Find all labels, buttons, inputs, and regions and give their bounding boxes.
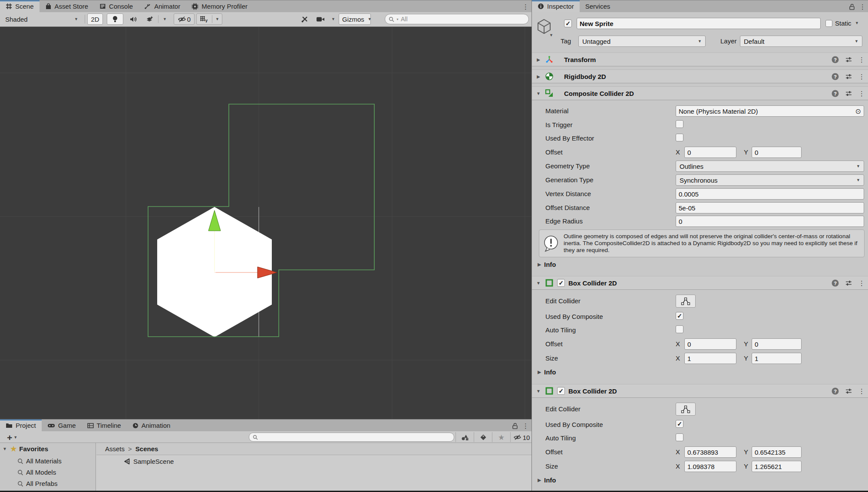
tag-dropdown[interactable]: Untagged ▼ [578,36,706,47]
presets-icon[interactable] [845,56,852,63]
scene-tabbar-menu-icon[interactable]: ⋮ [522,3,529,10]
component-box-collider-1[interactable]: ▼ ✓ Box Collider 2D ? ⋮ [532,276,868,290]
composite-info-foldout[interactable]: ▶ Info [536,261,556,268]
sidebar-item-all-materials[interactable]: All Materials [17,457,62,465]
component-enabled-checkbox[interactable]: ✓ [557,279,565,287]
offset-x-field[interactable]: 0 [684,147,736,158]
effects-dropdown-button[interactable]: ▼ [143,13,169,25]
foldout-expanded-icon[interactable]: ▼ [535,91,541,96]
used-by-effector-checkbox[interactable] [676,134,683,141]
component-menu-icon[interactable]: ⋮ [858,90,865,97]
shading-mode-dropdown[interactable]: Shaded ▼ [1,13,82,25]
offset-y-field[interactable]: 0 [752,338,802,350]
material-object-field[interactable]: None (Physics Material 2D) ⊙ [676,105,864,117]
static-chevron-icon[interactable]: ▼ [855,21,859,25]
foldout-expanded-icon[interactable]: ▼ [535,281,541,285]
2d-toggle-button[interactable]: 2D [87,13,103,25]
create-asset-button[interactable]: + ▼ [3,432,21,443]
active-checkbox[interactable]: ✓ [564,20,572,27]
presets-icon[interactable] [845,90,852,97]
sidebar-item-all-models[interactable]: All Models [17,469,56,476]
project-search-input[interactable] [260,434,450,441]
lock-icon[interactable] [512,423,518,429]
offset-x-field[interactable]: 0 [684,338,736,350]
foldout-collapsed-icon[interactable]: ▶ [535,74,541,79]
audio-toggle-button[interactable] [125,13,142,25]
tab-services[interactable]: Services [580,0,616,12]
favorites-filter-button[interactable]: ★ [494,432,509,443]
size-y-field[interactable]: 1 [752,353,802,364]
tab-memory-profiler[interactable]: Memory Profiler [186,0,253,12]
tab-timeline[interactable]: Timeline [82,420,127,431]
box1-info-foldout[interactable]: ▶ Info [536,368,556,376]
tab-scene[interactable]: Scene [0,0,40,12]
offset-y-field[interactable]: 0 [752,147,802,158]
presets-icon[interactable] [845,388,852,394]
component-menu-icon[interactable]: ⋮ [858,73,865,80]
component-transform[interactable]: ▶ Transform ? ⋮ [532,52,868,66]
search-by-label-button[interactable] [475,432,491,443]
edge-radius-field[interactable]: 0 [676,216,864,227]
foldout-expanded-icon[interactable]: ▼ [535,389,541,394]
edit-collider-button[interactable] [676,403,696,416]
scene-visibility-button[interactable]: 0 [174,13,195,25]
breadcrumb-current[interactable]: Scenes [135,445,158,453]
static-checkbox[interactable] [825,20,832,27]
favorites-foldout[interactable]: ▼ ★ Favorites [2,445,48,453]
hidden-count-button[interactable]: 10 [512,432,531,443]
grid-settings-button[interactable]: y ▼ [196,13,222,25]
presets-icon[interactable] [845,73,852,80]
gizmos-dropdown-button[interactable]: Gizmos ▼ [339,13,371,25]
breadcrumb-root[interactable]: Assets [105,445,125,453]
lighting-toggle-button[interactable] [107,13,123,25]
component-tools-button[interactable] [297,13,312,25]
generation-type-dropdown[interactable]: Synchronous ▼ [676,174,864,186]
tab-animation[interactable]: Animation [127,420,176,431]
search-by-type-button[interactable] [457,432,472,443]
help-icon[interactable]: ? [832,279,839,287]
component-box-collider-2[interactable]: ▼ ✓ Box Collider 2D ? ⋮ [532,384,868,398]
help-icon[interactable]: ? [832,73,839,80]
vertex-distance-field[interactable]: 0.0005 [676,188,864,200]
used-by-composite-checkbox[interactable]: ✓ [676,420,683,428]
offset-distance-field[interactable]: 5e-05 [676,202,864,213]
presets-icon[interactable] [845,280,852,286]
layer-dropdown[interactable]: Default ▼ [740,36,862,47]
offset-y-field[interactable]: 0.6542135 [752,446,802,458]
asset-item-samplescene[interactable]: SampleScene [123,458,174,465]
edit-collider-button[interactable] [676,295,696,308]
help-icon[interactable]: ? [832,387,839,395]
component-menu-icon[interactable]: ⋮ [858,56,865,63]
tab-project[interactable]: Project [0,420,42,431]
used-by-composite-checkbox[interactable]: ✓ [676,312,683,320]
component-menu-icon[interactable]: ⋮ [858,280,865,286]
component-menu-icon[interactable]: ⋮ [858,388,865,394]
inspector-menu-icon[interactable]: ⋮ [859,3,866,10]
scene-search-input[interactable] [401,16,525,23]
is-trigger-checkbox[interactable] [676,120,683,128]
name-field[interactable]: New Sprite [577,18,821,29]
tab-console[interactable]: Console [94,0,139,12]
help-icon[interactable]: ? [832,56,839,63]
component-composite-collider[interactable]: ▼ Composite Collider 2D ? ⋮ [532,86,868,100]
tab-game[interactable]: Game [42,420,82,431]
project-tabbar-menu-icon[interactable]: ⋮ [522,423,529,429]
tab-inspector[interactable]: Inspector [532,0,580,12]
scene-camera-button[interactable]: ▼ [314,13,337,25]
scene-view[interactable] [0,27,531,419]
offset-x-field[interactable]: 0.6738893 [684,446,736,458]
sidebar-item-all-prefabs[interactable]: All Prefabs [17,480,58,487]
size-x-field[interactable]: 1.098378 [684,461,736,472]
foldout-collapsed-icon[interactable]: ▶ [535,57,541,62]
auto-tiling-checkbox[interactable] [676,433,683,441]
component-rigidbody2d[interactable]: ▶ Rigidbody 2D ? ⋮ [532,69,868,83]
project-search-field[interactable] [249,433,454,442]
object-picker-icon[interactable]: ⊙ [855,107,861,115]
box2-info-foldout[interactable]: ▶ Info [536,476,556,484]
size-x-field[interactable]: 1 [684,353,736,364]
gameobject-icon-chevron[interactable]: ▼ [549,33,553,37]
auto-tiling-checkbox[interactable] [676,325,683,333]
size-y-field[interactable]: 1.265621 [752,461,802,472]
component-enabled-checkbox[interactable]: ✓ [557,387,565,395]
tab-asset-store[interactable]: Asset Store [40,0,94,12]
